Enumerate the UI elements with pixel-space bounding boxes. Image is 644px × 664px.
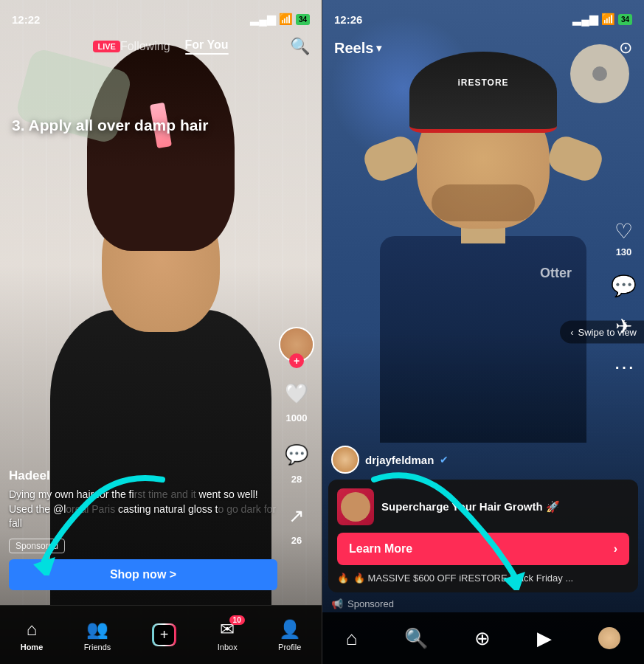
sponsored-label-right: Sponsored xyxy=(347,598,394,609)
caption-left: Dying my own hair for the first time and… xyxy=(9,488,277,531)
ig-create-icon[interactable]: ⊕ xyxy=(474,627,491,650)
side-actions-left: + 🤍 1000 💬 28 ↗ 26 xyxy=(279,327,314,546)
ig-share-button[interactable]: ✈ xyxy=(615,314,632,339)
ad-card: Supercharge Your Hair Growth 🚀 Learn Mor… xyxy=(328,480,638,592)
follow-plus-icon[interactable]: + xyxy=(289,353,304,368)
caption-text: Dying my own hair for the fi xyxy=(9,488,134,500)
ig-profile-avatar[interactable] xyxy=(598,627,620,649)
nav-following[interactable]: Following xyxy=(120,40,170,53)
ig-like-button[interactable]: ♡ 130 xyxy=(614,219,633,257)
ad-card-header: Supercharge Your Hair Growth 🚀 xyxy=(337,488,629,525)
avatar-wrapper: + xyxy=(279,327,314,362)
comment-icon-ig: 💬 xyxy=(611,274,637,298)
ad-title: Supercharge Your Hair Growth 🚀 xyxy=(381,499,560,514)
ig-search-icon[interactable]: 🔍 xyxy=(404,627,428,650)
nav-create[interactable]: + xyxy=(152,623,177,646)
nav-profile[interactable]: 👤 Profile xyxy=(278,619,301,651)
status-icons-right: ▂▄▆ 📶 34 xyxy=(572,13,632,26)
comment-button[interactable]: 💬 28 xyxy=(280,438,313,485)
create-button[interactable]: + xyxy=(152,623,177,646)
ig-bottom-overlay: drjayfeldman ✔ Supercharge Your Hair Gro… xyxy=(322,440,644,612)
chevron-left-icon: ‹ xyxy=(570,327,573,338)
caption-text4: fall xyxy=(9,517,22,529)
chevron-right-icon: › xyxy=(614,542,617,556)
home-icon: ⌂ xyxy=(27,619,38,640)
creator-avatar-btn[interactable]: + xyxy=(279,327,314,362)
tiktok-top-nav: LIVE Following For You 🔍 xyxy=(0,32,322,60)
nav-friends[interactable]: 👥 Friends xyxy=(84,619,111,651)
caption-obscured3: o go dark for xyxy=(218,503,276,515)
inbox-label: Inbox xyxy=(218,643,238,651)
megaphone-icon: 📢 xyxy=(331,598,343,609)
caption-obscured: rst time and it xyxy=(134,488,196,500)
more-icon-ig: ⋯ xyxy=(614,355,634,379)
live-badge[interactable]: LIVE xyxy=(93,41,120,52)
ig-side-actions: ♡ 130 💬 ✈ ⋯ xyxy=(611,219,637,379)
ad-description-text: 🔥 MASSIVE $600 OFF iRESTORE Black Friday… xyxy=(353,573,573,584)
share-button[interactable]: ↗ 26 xyxy=(280,499,313,546)
ig-more-button[interactable]: ⋯ xyxy=(614,355,634,379)
search-icon-top[interactable]: 🔍 xyxy=(290,37,310,56)
share-icon: ↗ xyxy=(280,499,313,532)
comment-icon: 💬 xyxy=(280,438,313,471)
sponsored-label-left: Sponsored xyxy=(9,539,65,553)
signal-icon-right: ▂▄▆ xyxy=(572,13,598,26)
nav-items: Following For You xyxy=(120,38,229,55)
battery-badge-right: 34 xyxy=(618,14,632,25)
home-label: Home xyxy=(21,643,44,651)
friends-icon: 👥 xyxy=(86,619,108,640)
ig-sponsored-row: 📢 Sponsored xyxy=(322,592,644,612)
sponsored-badge-left: Sponsored xyxy=(9,539,277,559)
learn-more-button[interactable]: Learn More › xyxy=(337,533,629,565)
ig-user-row: drjayfeldman ✔ xyxy=(322,440,644,480)
chevron-down-icon: ▾ xyxy=(376,42,381,54)
time-right: 12:26 xyxy=(334,13,362,26)
reels-label: Reels xyxy=(334,40,373,57)
camera-icon[interactable]: ⊙ xyxy=(619,38,632,58)
ad-thumbnail xyxy=(337,488,374,525)
share-count: 26 xyxy=(291,535,302,546)
reels-title[interactable]: Reels ▾ xyxy=(334,40,381,57)
wifi-icon-right: 📶 xyxy=(601,13,615,26)
heart-icon-ig: ♡ xyxy=(614,219,633,243)
nav-inbox[interactable]: ✉ 10 Inbox xyxy=(218,619,238,651)
ig-reels-nav-icon[interactable]: ▶ xyxy=(537,627,552,650)
nav-home[interactable]: ⌂ Home xyxy=(21,619,44,651)
plus-icon: + xyxy=(154,625,175,645)
bottom-info-left: Hadeel Dying my own hair for the first t… xyxy=(9,468,277,590)
fire-icon: 🔥 xyxy=(337,573,349,584)
ig-comment-button[interactable]: 💬 xyxy=(611,274,637,298)
caption-obscured2: oreal Paris xyxy=(66,503,115,515)
comment-count: 28 xyxy=(291,474,302,485)
status-icons-left: ▂▄▆ 📶 34 xyxy=(250,13,310,26)
like-count: 1000 xyxy=(286,412,308,423)
username-left[interactable]: Hadeel xyxy=(9,468,277,483)
verified-checkmark: ✔ xyxy=(440,454,449,466)
ad-title-wrapper: Supercharge Your Hair Growth 🚀 xyxy=(381,499,560,514)
ig-username[interactable]: drjayfeldman xyxy=(365,454,434,466)
ig-home-icon[interactable]: ⌂ xyxy=(346,627,358,650)
nav-for-you[interactable]: For You xyxy=(185,38,229,55)
caption-text3: casting natural gloss t xyxy=(118,503,218,515)
like-button[interactable]: 🤍 1000 xyxy=(280,377,313,423)
share-icon-ig: ✈ xyxy=(615,314,632,339)
learn-more-label: Learn More xyxy=(349,542,412,556)
ig-bottom-nav: ⌂ 🔍 ⊕ ▶ xyxy=(322,612,644,664)
profile-label-left: Profile xyxy=(278,643,301,651)
step-text: 3. Apply all over damp hair xyxy=(12,117,208,134)
friends-label: Friends xyxy=(84,643,111,651)
wifi-icon: 📶 xyxy=(279,13,293,26)
instagram-phone: Otter iRESTORE 12:26 ▂▄▆ 📶 34 xyxy=(322,0,644,664)
signal-icon: ▂▄▆ xyxy=(250,13,276,26)
ig-top-nav: Reels ▾ ⊙ xyxy=(322,32,644,63)
shop-now-button[interactable]: Shop now > xyxy=(9,559,277,590)
ig-user-avatar[interactable] xyxy=(331,446,359,474)
like-count-ig: 130 xyxy=(616,246,632,257)
ad-thumb-face xyxy=(341,492,370,522)
status-bar-right: 12:26 ▂▄▆ 📶 34 xyxy=(322,0,644,32)
heart-icon: 🤍 xyxy=(280,377,313,409)
bottom-nav-left: ⌂ Home 👥 Friends + ✉ 10 Inbox 👤 Profile xyxy=(0,605,322,664)
inbox-count: 10 xyxy=(229,615,245,625)
battery-badge-left: 34 xyxy=(296,14,310,25)
ad-title-text: Supercharge Your Hair Growth 🚀 xyxy=(381,500,560,513)
